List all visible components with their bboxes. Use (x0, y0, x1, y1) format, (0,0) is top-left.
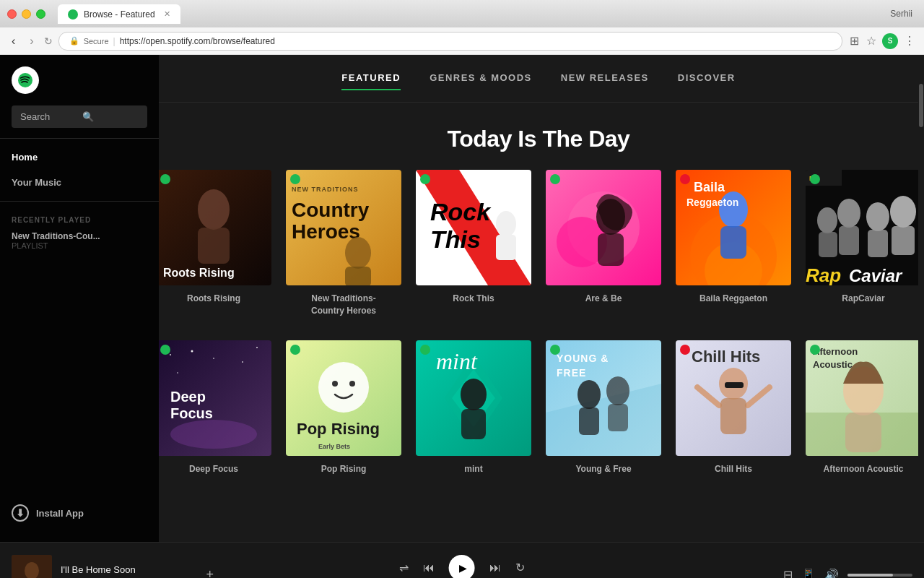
playlist-badge-country (290, 174, 300, 184)
queue-icon[interactable]: ⊟ (783, 568, 793, 578)
tab-favicon (68, 9, 78, 20)
play-pause-button[interactable]: ▶ (449, 555, 475, 579)
playlist-rapcaviar[interactable]: RN Rap Caviar RapCaviar (806, 170, 918, 317)
playlist-are-be[interactable]: Are & Be (546, 170, 661, 317)
lock-icon: 🔒 (69, 36, 79, 46)
svg-point-31 (817, 207, 837, 233)
tab-close[interactable]: ✕ (164, 9, 170, 19)
install-icon: ⬇ (12, 504, 29, 522)
tab-discover[interactable]: DISCOVER (678, 72, 736, 90)
playlist-deep-focus[interactable]: Deep Focus Deep Focus (159, 340, 271, 475)
sidebar-item-home[interactable]: Home (0, 144, 159, 170)
svg-rect-34 (839, 226, 859, 255)
next-button[interactable]: ⏭ (489, 561, 501, 574)
window-controls (7, 9, 45, 19)
devices-icon[interactable]: 📱 (801, 568, 816, 578)
add-to-library-button[interactable]: + (206, 567, 214, 578)
playlist-young-free[interactable]: YOUNG & FREE Young & Free (546, 340, 661, 475)
tab-title: Browse - Featured (84, 9, 155, 20)
extensions-icon[interactable]: ⊞ (848, 33, 860, 49)
playlist-title-afternoon: Afternoon Acoustic (806, 463, 918, 475)
volume-slider[interactable] (847, 574, 912, 577)
svg-text:Deep: Deep (170, 389, 206, 405)
svg-rect-27 (720, 226, 746, 259)
title-bar: Browse - Featured ✕ Serhii (0, 0, 924, 27)
tab-featured[interactable]: FEATURED (341, 72, 401, 90)
svg-point-48 (213, 358, 214, 359)
search-input[interactable]: Search 🔍 (12, 105, 147, 128)
repeat-button[interactable]: ↻ (515, 561, 525, 574)
sidebar: Search 🔍 Home Your Music RECENTLY PLAYED… (0, 55, 159, 542)
shuffle-button[interactable]: ⇌ (399, 561, 409, 574)
minimize-button[interactable] (22, 9, 31, 19)
back-button[interactable]: ‹ (7, 33, 19, 49)
playlist-image-afternoon: Afternoon Acoustic (806, 340, 918, 456)
playlist-title-young-free: Young & Free (546, 463, 661, 475)
recently-played-title: RECENTLY PLAYED (0, 207, 159, 227)
player-album-art (12, 555, 52, 579)
playlist-rock-this[interactable]: Rock This Rock This (416, 170, 531, 317)
previous-button[interactable]: ⏮ (423, 561, 435, 574)
more-icon[interactable]: ⋮ (902, 33, 917, 49)
refresh-button[interactable]: ↻ (44, 35, 53, 47)
svg-rect-17 (496, 235, 516, 260)
playlist-image-roots-rising: Roots Rising (159, 170, 271, 285)
playlist-country-heroes[interactable]: NEW TRADITIONS Country Heroes New Tradit… (286, 170, 401, 317)
svg-text:mint: mint (436, 348, 478, 374)
svg-rect-32 (819, 232, 837, 257)
scrollbar-thumb[interactable] (919, 84, 923, 127)
browser-tab[interactable]: Browse - Featured ✕ (58, 4, 180, 24)
install-app-label: Install App (36, 508, 84, 519)
svg-point-37 (890, 196, 916, 228)
main-content: FEATURED GENRES & MOODS NEW RELEASES DIS… (159, 55, 918, 542)
playlist-mint[interactable]: mint mint (416, 340, 531, 475)
browser-user-avatar[interactable]: S (882, 33, 898, 49)
recently-played-item[interactable]: New Traditions-Cou... PLAYLIST (0, 227, 159, 254)
playlist-title-deep-focus: Deep Focus (159, 463, 271, 475)
tab-genres-moods[interactable]: GENRES & MOODS (430, 72, 532, 90)
svg-point-3 (198, 189, 230, 230)
svg-text:Country: Country (292, 199, 370, 221)
playlist-badge-rap (810, 174, 820, 184)
playlist-image-rapcaviar: RN Rap Caviar (806, 170, 918, 285)
playlist-chill-hits[interactable]: Chill Hits Chill Hits (676, 340, 791, 475)
forward-button[interactable]: › (25, 33, 38, 49)
player-buttons: ⇌ ⏮ ▶ ⏭ ↻ (399, 555, 525, 579)
playlist-badge-pop (290, 345, 300, 355)
playlist-baila-reggaeton[interactable]: Baila Reggaeton Baila Reggaeton (676, 170, 791, 317)
player-controls: ⇌ ⏮ ▶ ⏭ ↻ 1:35 3:06 (297, 555, 628, 579)
svg-text:Chill Hits: Chill Hits (692, 348, 760, 366)
play-icon: ▶ (459, 562, 467, 574)
bookmark-icon[interactable]: ☆ (865, 33, 878, 49)
svg-text:Pop Rising: Pop Rising (297, 420, 380, 438)
close-button[interactable] (7, 9, 17, 19)
svg-rect-67 (579, 407, 599, 435)
playlist-image-deep-focus: Deep Focus (159, 340, 271, 456)
svg-point-45 (191, 350, 193, 352)
scrollbar[interactable] (918, 55, 924, 542)
volume-icon[interactable]: 🔊 (824, 568, 839, 578)
playlist-badge-are-be (550, 174, 560, 184)
maximize-button[interactable] (36, 9, 45, 19)
playlist-afternoon-acoustic[interactable]: Afternoon Acoustic Afternoon Acoustic (806, 340, 918, 475)
svg-rect-38 (892, 226, 915, 255)
svg-point-0 (69, 11, 77, 18)
playlist-image-pop-rising: Pop Rising Early Bets (286, 340, 401, 456)
playlist-image-country-heroes: NEW TRADITIONS Country Heroes (286, 170, 401, 285)
install-app-button[interactable]: ⬇ Install App (0, 496, 159, 530)
svg-text:NEW TRADITIONS: NEW TRADITIONS (292, 186, 359, 193)
player-track: I'll Be Home Soon Craig Morgan + (12, 555, 214, 579)
sidebar-item-your-music[interactable]: Your Music (0, 170, 159, 195)
search-label: Search (20, 111, 77, 122)
tab-new-releases[interactable]: NEW RELEASES (561, 72, 649, 90)
svg-point-54 (318, 362, 369, 413)
svg-text:Heroes: Heroes (292, 220, 360, 243)
playlists-section-1: Roots Rising Roots Rising (159, 170, 918, 475)
svg-point-35 (866, 202, 889, 231)
player-right: ⊟ 📱 🔊 (783, 568, 912, 578)
player-track-name: I'll Be Home Soon (61, 564, 197, 575)
playlists-grid-2: Deep Focus Deep Focus (182, 340, 895, 475)
playlist-roots-rising[interactable]: Roots Rising Roots Rising (159, 170, 271, 317)
playlist-pop-rising[interactable]: Pop Rising Early Bets Pop Rising (286, 340, 401, 475)
url-bar[interactable]: 🔒 Secure | https://open.spotify.com/brow… (58, 32, 842, 51)
